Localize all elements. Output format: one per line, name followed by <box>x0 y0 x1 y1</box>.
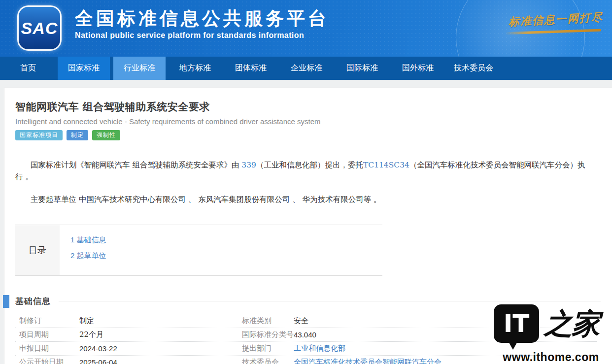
p1-text-2: （工业和信息化部）提出，委托 <box>256 161 363 169</box>
badge-national-standard-project: 国家标准项目 <box>15 130 63 140</box>
row-value: 制定 <box>79 316 94 326</box>
row-value: 安全 <box>294 316 308 326</box>
row-label: 提出部门 <box>242 344 294 353</box>
ithome-logo-cn: 之家 <box>544 304 599 343</box>
nav-item-foreign-standards[interactable]: 国外标准 <box>392 57 444 80</box>
row-label: 标准类别 <box>242 316 294 326</box>
link-department-339[interactable]: 339 <box>241 161 256 169</box>
section-rule-line <box>59 301 601 301</box>
nav-item-industry-standards[interactable]: 行业标准 <box>113 57 166 80</box>
nav-item-group-standards[interactable]: 团体标准 <box>225 57 277 80</box>
badge-row: 国家标准项目 制定 强制性 <box>15 130 612 140</box>
nav-item-enterprise-standards[interactable]: 企业标准 <box>280 57 333 80</box>
ithome-url: www.ithome.com <box>494 351 608 364</box>
intro-paragraph-2: 主要起草单位 中国汽车技术研究中心有限公司 、 东风汽车集团股份有限公司 、 华… <box>15 194 587 205</box>
row-label: 国际标准分类号 <box>242 330 294 339</box>
site-title: 全国标准信息公共服务平台 <box>75 8 329 30</box>
toc-link-basic-info[interactable]: 1 基础信息 <box>70 235 106 245</box>
nav-item-national-standards[interactable]: 国家标准 <box>58 57 110 80</box>
toc-links: 1 基础信息 2 起草单位 <box>60 225 106 275</box>
row-value: 2024-03-22 <box>79 344 117 353</box>
main-nav: 首页 国家标准 行业标准 地方标准 团体标准 企业标准 国际标准 国外标准 技术… <box>0 57 612 80</box>
nav-item-international-standards[interactable]: 国际标准 <box>336 57 388 80</box>
site-title-group: 全国标准信息公共服务平台 National public service pla… <box>75 8 329 40</box>
row-value: 22个月 <box>79 330 103 339</box>
intro-paragraph-1: 国家标准计划《智能网联汽车 组合驾驶辅助系统安全要求》由 339（工业和信息化部… <box>15 159 587 183</box>
title-divider <box>4 148 612 148</box>
section-marker <box>3 295 9 308</box>
link-tc114sc34[interactable]: TC114SC34 <box>363 161 409 169</box>
standard-title-en: Intelligent and connected vehicle - Safe… <box>15 117 612 126</box>
row-value: 2025-06-04 <box>79 358 117 364</box>
slogan-underline <box>505 29 601 35</box>
badge-draft-type: 制定 <box>67 130 88 140</box>
row-label: 申报日期 <box>19 344 79 353</box>
nav-item-technical-committees[interactable]: 技术委员会 <box>447 57 500 80</box>
ithome-logo-icon: IT <box>494 304 539 343</box>
row-label: 项目周期 <box>19 330 79 339</box>
toc-label: 目录 <box>15 225 60 275</box>
table-of-contents: 目录 1 基础信息 2 起草单位 <box>15 225 382 276</box>
sac-logo[interactable]: SAC <box>17 5 62 51</box>
row-label: 公示开始日期 <box>19 358 79 364</box>
header-slogan: 标准信息一网打尽 <box>490 13 603 33</box>
ithome-watermark: IT 之家 www.ithome.com <box>494 304 608 364</box>
p1-text-1: 国家标准计划《智能网联汽车 组合驾驶辅助系统安全要求》由 <box>31 161 241 169</box>
intro-block: 国家标准计划《智能网联汽车 组合驾驶辅助系统安全要求》由 339（工业和信息化部… <box>15 159 612 205</box>
row-value: 43.040 <box>294 331 316 339</box>
nav-item-home[interactable]: 首页 <box>2 57 54 80</box>
section-title: 基础信息 <box>15 296 51 307</box>
toc-link-drafting-units[interactable]: 2 起草单位 <box>70 251 106 261</box>
nav-item-local-standards[interactable]: 地方标准 <box>169 57 221 80</box>
row-label: 技术委员会 <box>242 358 294 364</box>
link-technical-committee[interactable]: 全国汽车标准化技术委员会智能网联汽车分会 <box>294 358 442 364</box>
site-subtitle: National public service platform for sta… <box>75 31 329 40</box>
row-label: 制修订 <box>19 316 79 326</box>
slogan-text: 标准信息一网打尽 <box>489 10 603 31</box>
badge-mandatory: 强制性 <box>92 130 120 140</box>
link-proposing-department[interactable]: 工业和信息化部 <box>294 344 345 353</box>
site-header: SAC 全国标准信息公共服务平台 National public service… <box>0 0 612 57</box>
standard-title-cn: 智能网联汽车 组合驾驶辅助系统安全要求 <box>15 100 612 114</box>
